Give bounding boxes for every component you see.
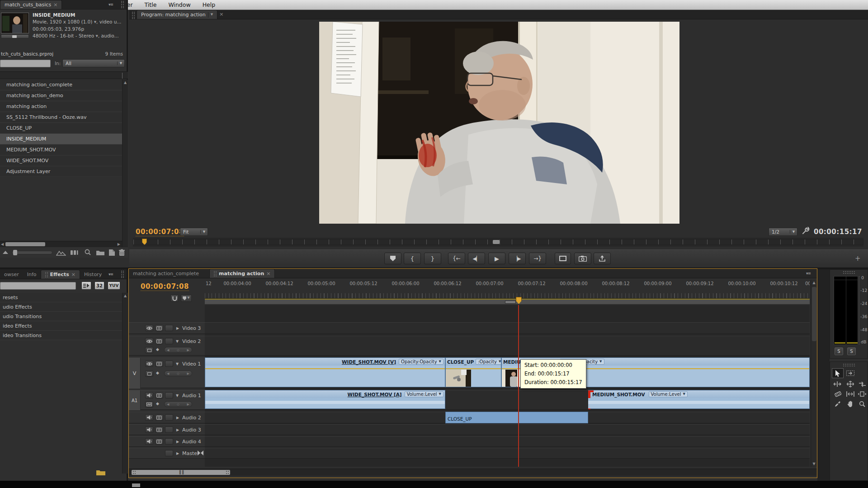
clip-fx-dropdown[interactable]: Volume:Level▼ bbox=[649, 391, 688, 397]
keyframe-nav-pill[interactable]: ◀◇▶ bbox=[164, 401, 192, 407]
program-seek-bar[interactable] bbox=[133, 238, 863, 247]
clip-medium-shot-audio[interactable]: MEDIUM_SHOT.MOV Volume:Level▼ bbox=[588, 390, 810, 409]
close-icon[interactable]: × bbox=[71, 272, 75, 277]
chevron-down-icon[interactable]: ▼ bbox=[95, 33, 98, 40]
close-icon[interactable]: × bbox=[53, 2, 57, 8]
list-item[interactable]: ideo Effects bbox=[0, 321, 122, 331]
track-name[interactable]: Audio 4 bbox=[182, 439, 201, 445]
razor-tool[interactable] bbox=[832, 389, 844, 399]
set-marker-icon[interactable]: ▼ bbox=[181, 295, 192, 302]
set-display-style-icon[interactable] bbox=[145, 401, 153, 408]
snap-icon[interactable] bbox=[170, 295, 179, 302]
scroll-thumb[interactable]: ▐▐ bbox=[132, 470, 230, 475]
export-frame-button[interactable] bbox=[574, 253, 591, 264]
panel-grip[interactable] bbox=[121, 271, 124, 278]
tab-history[interactable]: History bbox=[80, 270, 106, 279]
scroll-right-icon[interactable]: ▶ bbox=[118, 242, 120, 246]
timeline-hscrollbar[interactable]: ▐▐ bbox=[129, 469, 817, 476]
add-marker-button[interactable] bbox=[384, 253, 401, 264]
export-button[interactable] bbox=[594, 253, 611, 264]
new-item-icon[interactable] bbox=[108, 249, 115, 256]
bin-column-header[interactable] bbox=[0, 71, 128, 79]
list-item[interactable]: CLOSE_UP bbox=[0, 123, 122, 134]
track-name[interactable]: Audio 2 bbox=[182, 415, 201, 421]
zoom-fit-dropdown[interactable]: Fit▼ bbox=[180, 228, 208, 236]
list-item-selected[interactable]: INSIDE_MEDIUM bbox=[0, 134, 122, 145]
list-item[interactable]: MEDIUM_SHOT.MOV bbox=[0, 145, 122, 155]
clip-fx-dropdown[interactable]: Volume:Level▼ bbox=[405, 391, 443, 397]
zoom-slider[interactable] bbox=[12, 251, 52, 254]
timeline-ruler[interactable]: 12 00:00:04:00 00:00:04:12 00:00:05:00 0… bbox=[205, 280, 810, 299]
playback-resolution-dropdown[interactable]: 1/2▼ bbox=[769, 228, 797, 236]
source-patch-v-badge[interactable]: V bbox=[129, 358, 141, 389]
track-lock-toggle[interactable] bbox=[165, 338, 173, 344]
find-icon[interactable] bbox=[84, 249, 91, 256]
track-lock-toggle[interactable] bbox=[165, 361, 173, 367]
timeline-current-timecode[interactable]: 00:00:07:08 bbox=[141, 282, 189, 291]
icon-view-icon[interactable] bbox=[56, 250, 66, 256]
pen-tool[interactable] bbox=[832, 399, 844, 409]
rolling-edit-tool[interactable] bbox=[844, 379, 856, 389]
solo-right-button[interactable]: S bbox=[847, 347, 856, 355]
tab-sequence-complete[interactable]: matching action_complete bbox=[129, 269, 203, 278]
timeline-vscrollbar[interactable]: ▲ ▼ bbox=[811, 280, 817, 467]
track-lock-toggle[interactable] bbox=[165, 414, 173, 421]
twirl-closed-icon[interactable]: ▶ bbox=[176, 428, 179, 432]
clip-close-up-audio[interactable]: CLOSE_UP bbox=[445, 412, 588, 423]
automate-to-sequence-icon[interactable] bbox=[70, 249, 81, 256]
effects-search-input[interactable] bbox=[0, 282, 76, 290]
list-item[interactable]: udio Effects bbox=[0, 302, 122, 312]
close-icon[interactable]: × bbox=[266, 271, 270, 277]
tab-media-browser[interactable]: owser bbox=[0, 270, 23, 279]
new-custom-bin-icon[interactable] bbox=[96, 469, 106, 476]
menu-title[interactable]: Title bbox=[139, 1, 163, 8]
seek-thumb[interactable] bbox=[493, 240, 500, 244]
sync-lock-icon[interactable] bbox=[155, 361, 163, 367]
scroll-up-icon[interactable]: ▲ bbox=[123, 80, 128, 84]
preview-slider[interactable] bbox=[1, 34, 29, 38]
opacity-rubber-band[interactable] bbox=[446, 368, 501, 369]
filter-in-dropdown[interactable]: All▼ bbox=[62, 59, 125, 67]
toggle-track-mute-icon[interactable] bbox=[145, 438, 153, 445]
mark-in-button[interactable]: { bbox=[404, 253, 421, 264]
pan-bowtie-icon[interactable] bbox=[198, 450, 203, 455]
twirl-closed-icon[interactable]: ▶ bbox=[176, 326, 179, 330]
tab-sequence-active[interactable]: matching action × bbox=[209, 269, 275, 278]
list-item[interactable]: matching action_complete bbox=[0, 80, 122, 90]
solo-left-button[interactable]: S bbox=[835, 347, 843, 355]
menu-window[interactable]: Window bbox=[162, 1, 196, 8]
play-button[interactable]: ▶ bbox=[488, 253, 505, 264]
sync-lock-icon[interactable] bbox=[155, 427, 163, 433]
step-back-button[interactable]: ◀▏ bbox=[468, 253, 485, 264]
tab-info[interactable]: Info bbox=[23, 270, 41, 279]
delete-icon[interactable] bbox=[118, 249, 125, 256]
list-item[interactable]: ideo Transitions bbox=[0, 331, 122, 340]
list-item[interactable]: matching action bbox=[0, 101, 122, 112]
sync-lock-icon[interactable] bbox=[155, 338, 163, 344]
slip-tool[interactable] bbox=[844, 389, 856, 399]
track-lock-toggle[interactable] bbox=[165, 392, 173, 399]
effects-scrollbar[interactable]: ▲ bbox=[122, 293, 128, 474]
clip-wide-shot-video[interactable]: WIDE_SHOT.MOV [V] Opacity:Opacity▼ bbox=[205, 357, 445, 387]
list-item[interactable]: udio Transitions bbox=[0, 312, 122, 321]
track-lock-toggle[interactable] bbox=[165, 450, 173, 456]
32bit-filter-button[interactable]: 32 bbox=[94, 282, 104, 290]
add-panel-plus-icon[interactable]: + bbox=[855, 254, 861, 263]
slide-tool[interactable] bbox=[856, 389, 868, 399]
track-lock-toggle[interactable] bbox=[165, 325, 173, 331]
toggle-track-output-icon[interactable] bbox=[145, 325, 153, 331]
keyframe-toggle-icon[interactable]: ◆ bbox=[156, 347, 159, 352]
set-display-style-icon[interactable] bbox=[145, 371, 153, 377]
scroll-up-icon[interactable]: ▲ bbox=[811, 280, 817, 285]
list-view-icon[interactable] bbox=[3, 251, 8, 254]
track-content-area[interactable]: WIDE_SHOT.MOV [V] Opacity:Opacity▼ CLOSE… bbox=[205, 305, 810, 467]
track-name[interactable]: Video 3 bbox=[182, 325, 201, 331]
clip-close-up-video[interactable]: CLOSE_UP :Opacity▼ bbox=[445, 357, 501, 387]
ripple-edit-tool[interactable] bbox=[832, 379, 844, 389]
panel-grip[interactable] bbox=[843, 364, 855, 366]
mark-out-button[interactable]: } bbox=[424, 253, 441, 264]
yuv-filter-button[interactable]: YUV bbox=[108, 282, 120, 290]
scroll-up-icon[interactable]: ▲ bbox=[123, 293, 128, 298]
clip-fx-dropdown[interactable]: :Opacity▼ bbox=[476, 359, 501, 365]
keyframe-toggle-icon[interactable]: ◆ bbox=[156, 401, 159, 406]
